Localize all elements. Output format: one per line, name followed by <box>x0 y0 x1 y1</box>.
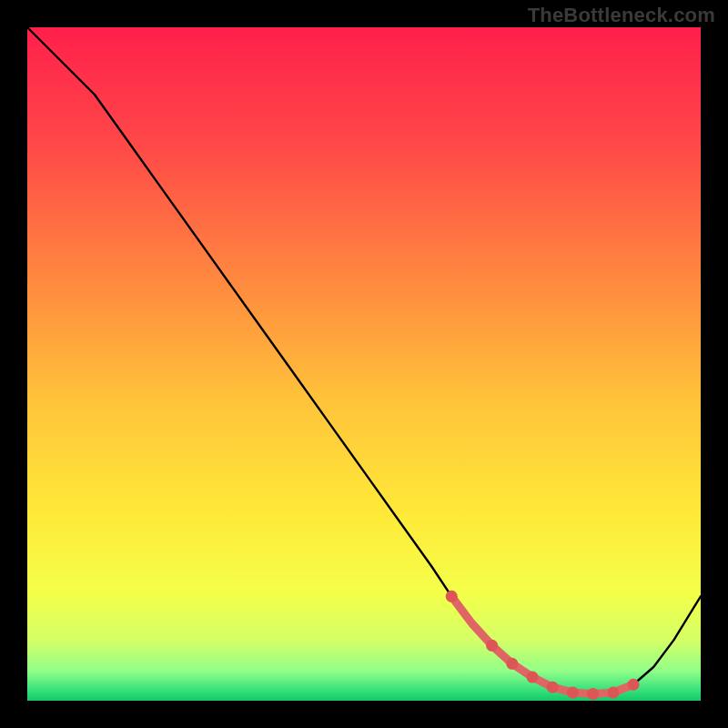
chart-frame: { "watermark": "TheBottleneck.com", "col… <box>0 0 728 728</box>
highlight-dot <box>628 679 640 691</box>
highlight-dot <box>506 658 518 670</box>
gradient-background <box>27 27 701 701</box>
highlight-dot <box>607 687 619 699</box>
highlight-dot <box>547 682 559 693</box>
bottleneck-chart <box>0 0 728 728</box>
highlight-dot <box>567 687 579 699</box>
highlight-dot <box>527 672 539 683</box>
highlight-dot <box>587 688 599 700</box>
highlight-dot <box>486 640 498 652</box>
highlight-dot <box>446 591 458 602</box>
